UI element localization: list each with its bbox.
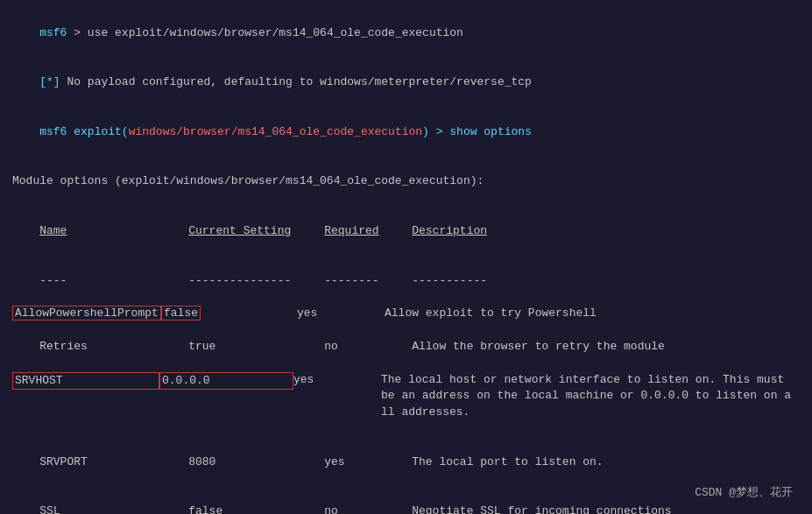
allowpowershell-required: yes [297,306,385,322]
payload-info-line: [*] No payload configured, defaulting to… [12,59,800,109]
row-retries: RetriestruenoAllow the browser to retry … [12,322,800,372]
show-options-suffix: ) > show options [422,125,532,138]
srvhost-name-box: SRVHOST [12,372,159,391]
module-col-headers: NameCurrent SettingRequiredDescription [12,207,800,257]
row-srvhost: SRVHOST 0.0.0.0 yes The local host or ne… [12,372,800,422]
col-required-header: Required [324,223,412,240]
show-options-line: msf6 exploit(windows/browser/ms14_064_ol… [12,108,800,158]
msf6-prompt: msf6 [39,26,67,39]
module-col-sep: -------------------------------------- [12,257,800,306]
msf6-exploit-prefix: msf6 exploit( [39,125,128,138]
payload-info-text: No payload configured, defaulting to win… [60,75,532,88]
terminal: msf6 > use exploit/windows/browser/ms14_… [12,9,800,505]
blank-1 [12,158,800,174]
col-desc-header: Description [412,224,487,237]
srvhost-desc2: be an address on the local machine or 0.… [381,388,791,405]
row-srvport: SRVPORT8080yesThe local port to listen o… [12,438,800,488]
allowpowershell-desc: Allow exploit to try Powershell [385,306,597,322]
use-cmd: use exploit/windows/browser/ms14_064_ole… [88,26,463,39]
row-ssl: SSLfalsenoNegotiate SSL for incoming con… [12,487,800,514]
srvhost-desc3: ll addresses. [381,405,791,421]
cmd-use-line: msf6 > use exploit/windows/browser/ms14_… [12,9,800,59]
blank-2 [12,190,800,207]
col-setting-header: Current Setting [188,223,324,240]
module-options-header: Module options (exploit/windows/browser/… [12,173,800,190]
row-allowpowershell: AllowPowershellPrompt false yes Allow ex… [12,306,800,322]
arrow: > [67,26,87,39]
col-name-header: Name [39,223,188,240]
allowpowershell-setting-box: false [161,306,201,320]
blank-3 [12,421,800,438]
watermark: CSDN @梦想、花开 [695,485,793,502]
allowpowershell-name-box: AllowPowershellPrompt [12,306,161,320]
srvhost-desc1: The local host or network interface to l… [381,372,791,389]
star-bracket: [*] [39,75,60,88]
module-name-highlight: windows/browser/ms14_064_ole_code_execut… [129,125,422,138]
srvhost-setting-box: 0.0.0.0 [159,372,293,391]
